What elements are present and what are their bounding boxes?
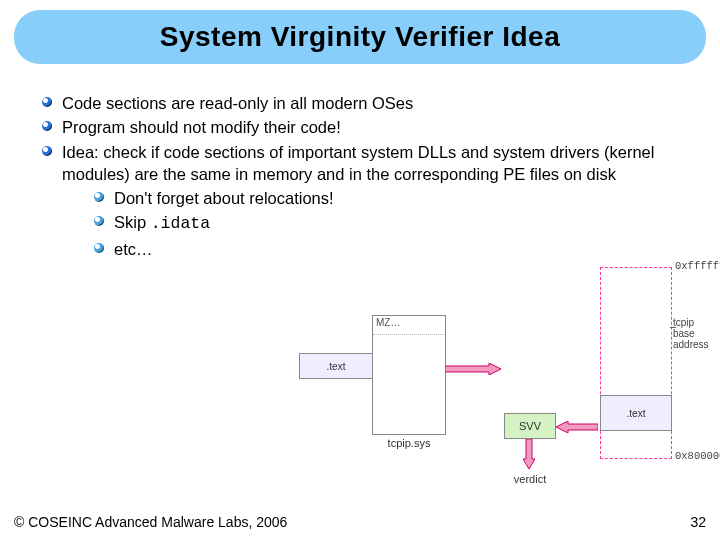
bullet-text: Skip xyxy=(114,213,151,231)
memory-text-section: .text xyxy=(600,395,672,431)
slide-title: System Virginity Verifier Idea xyxy=(160,21,560,53)
page-number: 32 xyxy=(690,514,706,530)
bullet-text: etc… xyxy=(114,240,153,258)
sub-bullet-item: etc… xyxy=(92,238,680,260)
slide-footer: © COSEINC Advanced Malware Labs, 2006 32 xyxy=(14,514,706,530)
slide-body: Code sections are read-only in all moder… xyxy=(0,64,720,260)
sub-bullet-item: Don't forget about relocations! xyxy=(92,187,680,209)
bullet-text: Code sections are read-only in all moder… xyxy=(62,94,413,112)
arrow-file-to-svv xyxy=(445,363,501,375)
svg-marker-2 xyxy=(523,439,535,469)
arrow-mem-to-svv xyxy=(556,421,598,433)
svv-box: SVV xyxy=(504,413,556,439)
bullet-text: Idea: check if code sections of importan… xyxy=(62,143,654,183)
pe-file-box: MZ… xyxy=(372,315,446,435)
file-text-section: .text xyxy=(299,353,373,379)
bullet-item: Code sections are read-only in all moder… xyxy=(40,92,680,114)
bullet-item: Idea: check if code sections of importan… xyxy=(40,141,680,260)
svg-marker-1 xyxy=(556,421,598,433)
pe-header-label: MZ… xyxy=(373,316,445,335)
base-address-label: tcpip baseaddress xyxy=(673,317,710,350)
bullet-text: Don't forget about relocations! xyxy=(114,189,334,207)
sub-bullet-item: Skip .idata xyxy=(92,211,680,235)
slide-title-bar: System Virginity Verifier Idea xyxy=(14,10,706,64)
diagram: MZ… .text tcpip.sys SVV verdict .text 0x… xyxy=(300,315,710,500)
arrow-svv-to-verdict xyxy=(523,439,535,469)
bullet-text: Program should not modify their code! xyxy=(62,118,341,136)
addr-bottom-label: 0x80000000 xyxy=(675,450,720,462)
addr-top-label: 0xffffffff xyxy=(675,260,720,272)
copyright-text: © COSEINC Advanced Malware Labs, 2006 xyxy=(14,514,287,530)
code-text: .idata xyxy=(151,214,210,233)
file-name-label: tcpip.sys xyxy=(372,437,446,449)
verdict-label: verdict xyxy=(504,473,556,485)
bullet-item: Program should not modify their code! xyxy=(40,116,680,138)
svg-marker-0 xyxy=(445,363,501,375)
